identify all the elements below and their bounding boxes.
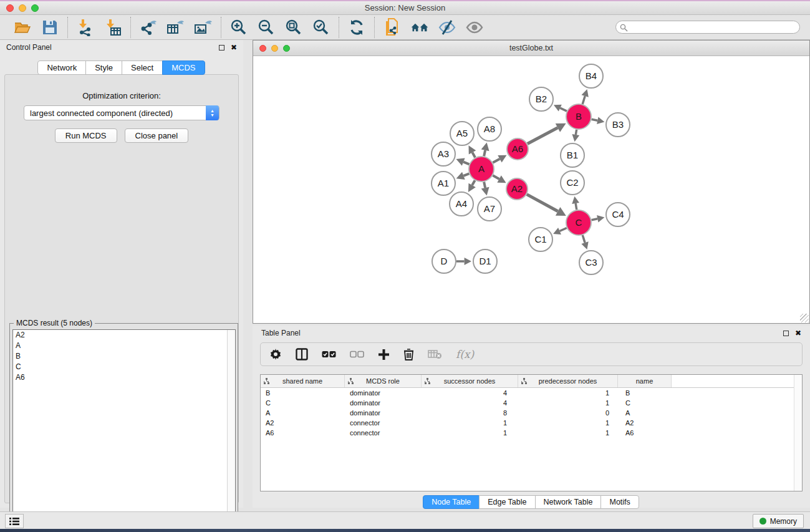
- graph-edge-A-A6[interactable]: [493, 159, 499, 163]
- table-scrollbar[interactable]: [794, 375, 802, 491]
- add-icon[interactable]: [378, 349, 390, 360]
- open-file-icon[interactable]: [13, 18, 32, 37]
- graph-node-label: A5: [456, 128, 468, 138]
- memory-label: Memory: [770, 517, 797, 526]
- tab-style[interactable]: Style: [85, 60, 122, 75]
- table-cell: B: [261, 389, 345, 397]
- export-table-icon[interactable]: [166, 18, 185, 37]
- memory-button[interactable]: Memory: [753, 514, 804, 528]
- column-header-MCDS-role[interactable]: MCDS role: [345, 375, 422, 387]
- mcds-result-list[interactable]: A2ABCA6: [12, 329, 236, 532]
- delete-icon[interactable]: [403, 348, 414, 360]
- function-builder-icon[interactable]: f(x): [456, 348, 474, 360]
- graph-edge-B-B3[interactable]: [592, 119, 598, 120]
- tab-edge-table[interactable]: Edge Table: [479, 495, 535, 509]
- graph-node-label: C4: [612, 209, 624, 220]
- close-panel-icon[interactable]: ✖: [231, 44, 237, 51]
- tab-network-table[interactable]: Network Table: [535, 495, 602, 509]
- graph-edge-A-A1[interactable]: [463, 173, 469, 175]
- close-panel-button[interactable]: Close panel: [125, 128, 189, 143]
- table-cell: B: [618, 389, 672, 397]
- mcds-result-item[interactable]: A: [13, 341, 235, 351]
- column-header-shared-name[interactable]: shared name: [261, 375, 345, 387]
- show-details-icon[interactable]: [465, 18, 484, 37]
- mcds-result-item[interactable]: A2: [13, 330, 235, 341]
- zoom-selected-icon[interactable]: [312, 18, 330, 37]
- select-all-icon[interactable]: [322, 351, 336, 359]
- network-zoom-button[interactable]: [283, 45, 290, 52]
- graph-edge-B-B4[interactable]: [582, 96, 585, 104]
- optimization-criterion-label: Optimization criterion:: [5, 91, 238, 100]
- zoom-in-icon[interactable]: [229, 18, 248, 37]
- hidden-panels-button[interactable]: [5, 514, 24, 528]
- graph-edge-A2-C[interactable]: [527, 195, 558, 211]
- graph-edge-A-A5[interactable]: [473, 152, 475, 157]
- graph-edge-A-A7[interactable]: [484, 182, 485, 188]
- column-header-successor-nodes[interactable]: successor nodes: [422, 375, 518, 387]
- table-cell: C: [261, 399, 345, 407]
- mcds-result-item[interactable]: A6: [13, 372, 235, 383]
- graph-edge-A-A3[interactable]: [463, 162, 469, 165]
- table-row[interactable]: Adominator80A: [261, 408, 802, 418]
- tab-network[interactable]: Network: [37, 60, 86, 75]
- network-from-file-icon[interactable]: [383, 18, 402, 37]
- tab-node-table[interactable]: Node Table: [423, 495, 480, 509]
- tab-motifs[interactable]: Motifs: [600, 495, 639, 509]
- delete-table-icon[interactable]: [428, 349, 442, 359]
- home-icon[interactable]: [410, 18, 429, 37]
- graph-edge-C-C1[interactable]: [560, 228, 567, 231]
- table-cell: dominator: [345, 389, 422, 397]
- tab-select[interactable]: Select: [122, 60, 163, 75]
- network-minimize-button[interactable]: [271, 45, 278, 52]
- table-tabs: Node Table Edge Table Network Table Moti…: [253, 495, 810, 509]
- graph-node-label: A1: [438, 178, 449, 188]
- zoom-out-icon[interactable]: [257, 18, 276, 37]
- run-mcds-button[interactable]: Run MCDS: [55, 128, 117, 143]
- graph-edge-A-A2[interactable]: [493, 175, 499, 179]
- graph-edge-C-C4[interactable]: [592, 219, 598, 220]
- column-header-predecessor-nodes[interactable]: predecessor nodes: [518, 375, 618, 387]
- float-panel-icon[interactable]: [219, 45, 224, 51]
- graph-edge-B-B1[interactable]: [576, 130, 576, 135]
- minimize-window-button[interactable]: [19, 4, 26, 12]
- graph-edge-C-C3[interactable]: [582, 235, 585, 243]
- network-canvas[interactable]: B4B2BB3A8A5A6A3B1AA1C2A2A4A7C4CC1DD1C3: [253, 56, 809, 323]
- table-close-icon[interactable]: ✖: [795, 329, 801, 337]
- export-image-icon[interactable]: [194, 18, 213, 37]
- zoom-fit-icon[interactable]: [284, 18, 303, 37]
- table-row[interactable]: A6connector11A6: [261, 428, 802, 438]
- graph-edge-A-A8[interactable]: [484, 150, 485, 157]
- close-window-button[interactable]: [6, 4, 14, 12]
- optimization-criterion-dropdown[interactable]: largest connected component (directed) ▲…: [24, 105, 219, 120]
- graph-edge-C-C2[interactable]: [576, 203, 577, 210]
- graph-node-label: C1: [534, 234, 546, 244]
- tab-mcds[interactable]: MCDS: [162, 60, 205, 75]
- table-header-row: shared nameMCDS rolesuccessor nodesprede…: [261, 375, 802, 388]
- graph-edge-A-A4[interactable]: [472, 180, 475, 185]
- save-session-icon[interactable]: [41, 18, 59, 37]
- table-row[interactable]: Bdominator41B: [261, 388, 802, 398]
- table-row[interactable]: A2connector11A2: [261, 418, 802, 428]
- hide-details-icon[interactable]: [438, 18, 456, 37]
- search-input[interactable]: [615, 21, 800, 34]
- dropdown-stepper-icon: ▲▼: [206, 105, 219, 120]
- mcds-result-item[interactable]: B: [13, 351, 235, 362]
- table-settings-gear-icon[interactable]: [269, 348, 282, 360]
- deselect-all-icon[interactable]: [350, 351, 364, 359]
- table-float-icon[interactable]: [783, 331, 789, 336]
- zoom-window-button[interactable]: [31, 4, 39, 12]
- graph-edge-B-B2[interactable]: [560, 108, 567, 111]
- network-graph: B4B2BB3A8A5A6A3B1AA1C2A2A4A7C4CC1DD1C3: [253, 56, 809, 323]
- resize-grip[interactable]: [800, 314, 809, 322]
- export-network-icon[interactable]: [139, 18, 158, 37]
- table-row[interactable]: Cdominator41C: [261, 398, 802, 408]
- mcds-result-item[interactable]: C: [13, 362, 235, 372]
- refresh-icon[interactable]: [347, 18, 366, 37]
- show-column-icon[interactable]: [296, 348, 308, 360]
- graph-edge-A6-B[interactable]: [528, 128, 558, 144]
- network-close-button[interactable]: [259, 45, 266, 52]
- column-header-name[interactable]: name: [618, 375, 672, 387]
- import-table-icon[interactable]: [104, 18, 122, 37]
- import-network-icon[interactable]: [76, 18, 95, 37]
- mcds-result-scrollbar[interactable]: [227, 330, 235, 532]
